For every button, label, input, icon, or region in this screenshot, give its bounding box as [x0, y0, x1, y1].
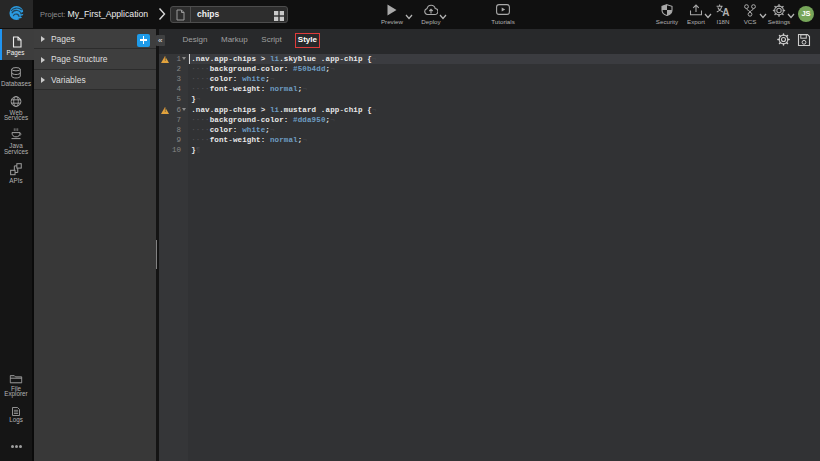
svg-text:A: A: [722, 7, 729, 16]
